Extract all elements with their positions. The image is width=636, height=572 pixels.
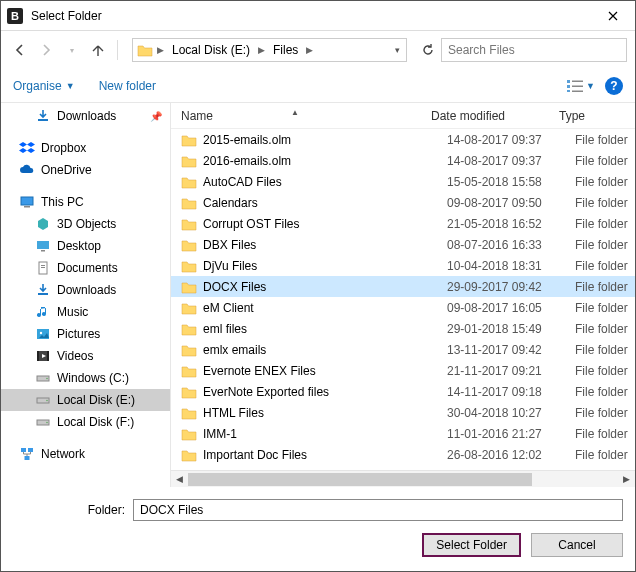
scroll-thumb[interactable] [188, 473, 532, 486]
table-row[interactable]: DOCX Files29-09-2017 09:42File folder [171, 276, 635, 297]
svg-rect-13 [41, 267, 45, 268]
sidebar-item[interactable]: 3D Objects [1, 213, 170, 235]
select-folder-button[interactable]: Select Folder [422, 533, 521, 557]
svg-point-16 [40, 332, 42, 334]
address-bar[interactable]: ▶ Local Disk (E:) ▶ Files ▶ ▾ [132, 38, 407, 62]
svg-rect-14 [38, 293, 48, 295]
cell-name: Important Doc Files [203, 448, 447, 462]
chevron-right-icon: ▶ [258, 45, 265, 55]
sidebar: Downloads📌DropboxOneDriveThis PC3D Objec… [1, 103, 171, 487]
cell-name: 2016-emails.olm [203, 154, 447, 168]
sidebar-item[interactable]: Downloads📌 [1, 105, 170, 127]
table-row[interactable]: eM Client09-08-2017 16:05File folder [171, 297, 635, 318]
pictures-icon [35, 326, 51, 342]
table-row[interactable]: HTML Files30-04-2018 10:27File folder [171, 402, 635, 423]
new-folder-button[interactable]: New folder [99, 79, 156, 93]
sidebar-item[interactable]: Videos [1, 345, 170, 367]
sidebar-item[interactable]: Local Disk (F:) [1, 411, 170, 433]
scroll-right-icon[interactable]: ▶ [618, 471, 635, 488]
column-name[interactable]: Name ▲ [181, 109, 431, 123]
cell-date: 09-08-2017 16:05 [447, 301, 575, 315]
chevron-right-icon: ▶ [306, 45, 313, 55]
sidebar-item-label: This PC [41, 195, 84, 209]
recent-dropdown[interactable]: ▾ [61, 39, 83, 61]
table-row[interactable]: 2015-emails.olm14-08-2017 09:37File fold… [171, 129, 635, 150]
sidebar-item[interactable]: Downloads [1, 279, 170, 301]
table-row[interactable]: DBX Files08-07-2016 16:33File folder [171, 234, 635, 255]
sidebar-item[interactable]: Music [1, 301, 170, 323]
cell-date: 21-05-2018 16:52 [447, 217, 575, 231]
table-row[interactable]: emlx emails13-11-2017 09:42File folder [171, 339, 635, 360]
table-row[interactable]: EverNote Exported files14-11-2017 09:18F… [171, 381, 635, 402]
folder-input[interactable] [133, 499, 623, 521]
back-button[interactable] [9, 39, 31, 61]
svg-rect-0 [567, 80, 570, 83]
breadcrumb-segment[interactable]: Local Disk (E:) [168, 41, 254, 59]
table-row[interactable]: Important PDF Files04-08-2016 12:49File … [171, 465, 635, 470]
cell-type: File folder [575, 259, 628, 273]
view-button[interactable]: ▼ [566, 79, 595, 93]
svg-rect-8 [24, 206, 30, 208]
table-row[interactable]: eml files29-01-2018 15:49File folder [171, 318, 635, 339]
table-row[interactable]: Important Doc Files26-08-2016 12:02File … [171, 444, 635, 465]
organise-button[interactable]: Organise ▼ [13, 79, 75, 93]
sidebar-item[interactable]: Local Disk (E:) [1, 389, 170, 411]
table-row[interactable]: AutoCAD Files15-05-2018 15:58File folder [171, 171, 635, 192]
sidebar-item-label: Downloads [57, 109, 116, 123]
network-icon [19, 446, 35, 462]
svg-rect-1 [567, 85, 570, 88]
sidebar-item[interactable]: Pictures [1, 323, 170, 345]
scroll-left-icon[interactable]: ◀ [171, 471, 188, 488]
sidebar-item[interactable]: Desktop [1, 235, 170, 257]
svg-point-25 [46, 422, 48, 424]
table-row[interactable]: Calendars09-08-2017 09:50File folder [171, 192, 635, 213]
table-row[interactable]: DjVu Files10-04-2018 18:31File folder [171, 255, 635, 276]
sidebar-item[interactable]: Network [1, 443, 170, 465]
up-button[interactable] [87, 39, 109, 61]
cell-date: 29-01-2018 15:49 [447, 322, 575, 336]
cell-type: File folder [575, 448, 628, 462]
footer: Folder: Select Folder Cancel [1, 487, 635, 571]
drive-icon [35, 370, 51, 386]
column-date[interactable]: Date modified [431, 109, 559, 123]
cell-name: EverNote Exported files [203, 385, 447, 399]
svg-rect-18 [37, 351, 39, 361]
sidebar-item[interactable]: Documents [1, 257, 170, 279]
forward-button[interactable] [35, 39, 57, 61]
table-row[interactable]: IMM-111-01-2016 21:27File folder [171, 423, 635, 444]
file-list[interactable]: 2015-emails.olm14-08-2017 09:37File fold… [171, 129, 635, 470]
address-dropdown-icon[interactable]: ▾ [395, 45, 400, 55]
sidebar-item[interactable]: OneDrive [1, 159, 170, 181]
sidebar-item[interactable]: Dropbox [1, 137, 170, 159]
cell-name: DjVu Files [203, 259, 447, 273]
close-button[interactable] [591, 1, 635, 31]
cell-date: 10-04-2018 18:31 [447, 259, 575, 273]
separator [117, 40, 118, 60]
cell-name: eM Client [203, 301, 447, 315]
toolbar: Organise ▼ New folder ▼ ? [1, 69, 635, 103]
svg-rect-12 [41, 265, 45, 266]
search-input[interactable]: Search Files [441, 38, 627, 62]
dropbox-icon [19, 140, 35, 156]
onedrive-icon [19, 162, 35, 178]
cell-type: File folder [575, 343, 628, 357]
cell-date: 14-08-2017 09:37 [447, 133, 575, 147]
cell-name: Corrupt OST Files [203, 217, 447, 231]
refresh-button[interactable] [419, 41, 437, 59]
help-button[interactable]: ? [605, 77, 623, 95]
sidebar-item[interactable]: This PC [1, 191, 170, 213]
table-row[interactable]: Evernote ENEX Files21-11-2017 09:21File … [171, 360, 635, 381]
breadcrumb-segment[interactable]: Files [269, 41, 302, 59]
svg-rect-10 [41, 250, 45, 252]
sidebar-item-label: Downloads [57, 283, 116, 297]
svg-rect-7 [21, 197, 33, 205]
cancel-button[interactable]: Cancel [531, 533, 623, 557]
download-icon [35, 282, 51, 298]
table-row[interactable]: Corrupt OST Files21-05-2018 16:52File fo… [171, 213, 635, 234]
column-type[interactable]: Type [559, 109, 635, 123]
svg-rect-2 [567, 90, 570, 92]
svg-point-23 [46, 400, 48, 402]
table-row[interactable]: 2016-emails.olm14-08-2017 09:37File fold… [171, 150, 635, 171]
sidebar-item[interactable]: Windows (C:) [1, 367, 170, 389]
horizontal-scrollbar[interactable]: ◀ ▶ [171, 470, 635, 487]
